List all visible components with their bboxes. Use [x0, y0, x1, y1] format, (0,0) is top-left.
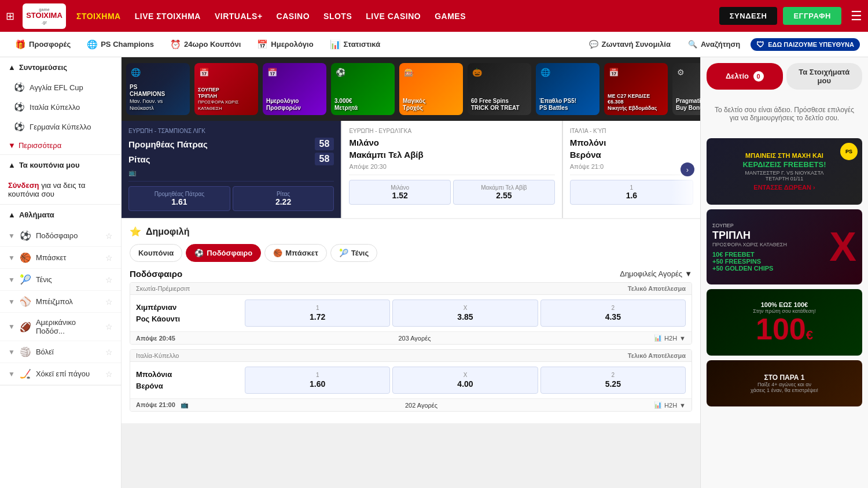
sports-section: ▲ Αθλήματα ▼ ⚽ Ποδόσφαιρο ☆ ▼ 🏀 Μπάσκετ … — [0, 205, 121, 386]
sub-nav-calendar[interactable]: 📅 Ημερολόγιο — [250, 36, 320, 53]
shortcuts-header[interactable]: ▲ Συντομεύσεις — [0, 57, 121, 77]
baseball-sport-icon: ⚾ — [20, 296, 31, 307]
sub-nav-ps-champions[interactable]: 🌐 PS Champions — [80, 36, 161, 53]
chevron-right-icon-7: ▼ — [8, 370, 15, 378]
star-icon-6[interactable]: ☆ — [105, 347, 113, 357]
logo[interactable]: game STOIXIMA .gr — [23, 3, 66, 29]
match-odds-2: Μιλάνο 1.52 Μακάμπι Τελ Αβίβ 2.55 — [349, 175, 554, 205]
sidebar-sport-basketball[interactable]: ▼ 🏀 Μπάσκετ ☆ — [0, 247, 121, 269]
odd-btn-team1-1[interactable]: Προμηθέας Πάτρας 1.61 — [128, 186, 230, 211]
promo-card-ps-champions[interactable]: 🌐 PSCHAMPIONSΜαν. Γιουν. vs Νιούκαστλ — [126, 63, 190, 115]
match-row-2: Ιταλία-Κύπελλο Τελικό Αποτέλεσμα Μπολόνι… — [130, 349, 692, 412]
sidebar-sport-football[interactable]: ▼ ⚽ Ποδόσφαιρο ☆ — [0, 225, 121, 247]
odd-btn-team2-2[interactable]: Μακάμπι Τελ Αβίβ 2.55 — [453, 180, 555, 205]
betslip-tab-active[interactable]: Δελτίο 0 — [707, 63, 783, 90]
sidebar-sport-hockey[interactable]: ▼ 🏒 Χόκεϊ επί πάγου ☆ — [0, 363, 121, 385]
betslip-tab-my-bets[interactable]: Τα Στοιχήματά μου — [786, 63, 863, 90]
promo-card-cash[interactable]: ⚽ 3.000€Μετρητά — [331, 63, 395, 115]
chevron-right-icon-2: ▼ — [8, 254, 15, 262]
nav-live-stoixima[interactable]: LIVE ΣΤΟΙΧΗΜΑ — [135, 12, 201, 21]
football-icon: ⚽ — [14, 82, 25, 93]
match-row-body-1: Χιμπέρνιαν Ρος Κάουντι 1 1.72 X 3.85 — [130, 295, 692, 331]
live-match-card-2: Ευρώπη - Ευρωλίγκα Μιλάνο Μακάμπι Τελ Αβ… — [342, 121, 561, 218]
coupons-header[interactable]: ▲ Τα κουπόνια μου — [0, 155, 121, 175]
sidebar-item-germany-cup[interactable]: ⚽ Γερμανία Κύπελλο — [0, 117, 121, 136]
tab-football[interactable]: ⚽ Ποδόσφαιρο — [186, 244, 261, 262]
sidebar-sport-volleyball[interactable]: ▼ 🏐 Βόλεϊ ☆ — [0, 341, 121, 363]
odd-1-match-1[interactable]: 1 1.72 — [245, 300, 390, 327]
nav-games[interactable]: GAMES — [435, 12, 466, 21]
match-more-markets-2[interactable]: 202 Αγορές — [405, 402, 437, 409]
main-content: 🌐 PSCHAMPIONSΜαν. Γιουν. vs Νιούκαστλ 📅 … — [122, 57, 700, 488]
coupon-login-link[interactable]: Σύνδεση — [8, 181, 39, 190]
promo-card-wheel[interactable]: 🎰 ΜαγικόςΤροχός — [399, 63, 463, 115]
promo-icon-8: 📅 — [609, 68, 619, 77]
tab-basketball[interactable]: 🏀 Μπάσκετ — [264, 244, 327, 262]
star-icon-2[interactable]: ☆ — [105, 253, 113, 263]
sidebar-sport-baseball[interactable]: ▼ ⚾ Μπέιζμπολ ☆ — [0, 291, 121, 313]
chevron-right-icon: ▼ — [8, 232, 15, 240]
nav-virtuals[interactable]: VIRTUALS+ — [215, 12, 263, 21]
odd-2-match-2[interactable]: 2 5.25 — [540, 367, 686, 394]
promo-banner-para1[interactable]: ΣΤΟ ΠΑΡΑ 1 Παίξε 4+ αγώνες και αν χάσεις… — [707, 360, 862, 406]
hockey-sport-icon: 🏒 — [20, 368, 31, 379]
shortcuts-section: ▲ Συντομεύσεις ⚽ Αγγλία EFL Cup ⚽ Ιταλία… — [0, 57, 121, 155]
sub-nav-statistics[interactable]: 📊 Στατιστικά — [323, 36, 388, 53]
odd-x-match-1[interactable]: X 3.85 — [392, 300, 538, 327]
star-icon[interactable]: ☆ — [105, 231, 113, 241]
promo-card-freespins[interactable]: 🎃 60 Free SpinsTRICK OR TREAT — [468, 63, 531, 115]
promo-card-triple[interactable]: 📅 ΣΟΥΠΕΡΤΡΙΠΛΗΠΡΟΣΦΟΡΑ ΧΩΡΙΣ ΚΑΤΑΘΕΣΗ — [194, 63, 258, 115]
odd-x-match-2[interactable]: X 4.00 — [392, 367, 538, 394]
responsible-gaming-badge[interactable]: 🛡 ΕΔΩ ΠΑΙΖΟΥΜΕ ΥΠΕΥΘΥΝΑ — [751, 38, 860, 51]
nav-stoixima[interactable]: ΣΤΟΙΧΗΜΑ — [76, 12, 121, 21]
promo-card-pragmatic[interactable]: ⚙ PragmaticBuy Bonus — [672, 63, 700, 115]
football-icon-3: ⚽ — [14, 121, 25, 132]
search-button[interactable]: 🔍 Αναζήτηση — [681, 36, 747, 52]
sub-nav-right: 💬 Ζωντανή Συνομιλία 🔍 Αναζήτηση 🛡 ΕΔΩ ΠΑ… — [582, 36, 860, 52]
sidebar-sport-tennis[interactable]: ▼ 🎾 Τένις ☆ — [0, 269, 121, 291]
odd-2-match-1[interactable]: 2 4.35 — [540, 300, 686, 327]
promo-banner-ps-champions[interactable]: ΜΠΑΙΝΕΙΣ ΣΤΗ ΜΑΧΗ ΚΑΙ ΚΕΡΔΙΖΕΙΣ FREEBETS… — [707, 138, 862, 205]
sports-header[interactable]: ▲ Αθλήματα — [0, 205, 121, 225]
h2h-button-2[interactable]: 📊 H2H ▼ — [654, 401, 686, 409]
grid-icon[interactable]: ⊞ — [6, 10, 14, 23]
team1-name-2: Μιλάνο — [349, 138, 554, 147]
gift-icon: 🎁 — [15, 39, 26, 50]
h2h-button-1[interactable]: 📊 H2H ▼ — [654, 334, 686, 342]
match-row-odds-2: 1 1.60 X 4.00 2 5.25 — [245, 367, 686, 394]
odd-1-match-2[interactable]: 1 1.60 — [245, 367, 390, 394]
chevron-up-icon-3: ▲ — [8, 210, 16, 219]
popular-sub-header: Ποδόσφαιρο Δημοφιλείς Αγορές ▼ — [130, 269, 692, 279]
popular-markets-link[interactable]: Δημοφιλείς Αγορές ▼ — [620, 269, 692, 278]
sub-nav-offers[interactable]: 🎁 Προσφορές — [8, 36, 78, 53]
star-icon-5[interactable]: ☆ — [105, 322, 113, 331]
register-button[interactable]: ΕΓΓΡΑΦΗ — [783, 7, 841, 25]
promo-banner-triple[interactable]: ΣΟΥΠΕΡ ΤΡΙΠΛΗ ΠΡΟΣΦΟΡΑ ΧΩΡΙΣ ΚΑΤΑΘΕΣΗ 10… — [707, 209, 862, 284]
sub-nav-24h-coupon[interactable]: ⏰ 24ωρο Κουπόνι — [163, 36, 248, 53]
promo-card-ps5[interactable]: 🌐 Έπαθλο PS5!PS Battles — [536, 63, 599, 115]
promo-banner-100[interactable]: 100% ΕΩΣ 100€ Στην πρώτη σου κατάθεση! 1… — [707, 289, 862, 356]
sidebar-item-efl[interactable]: ⚽ Αγγλία EFL Cup — [0, 77, 121, 97]
nav-casino[interactable]: CASINO — [277, 12, 310, 21]
live-matches-section: Ευρώπη - Τσάμπιονς Λιγκ Προμηθέας Πάτρας… — [122, 121, 700, 218]
nav-live-casino[interactable]: LIVE CASINO — [366, 12, 421, 21]
next-arrow-button[interactable]: › — [681, 162, 694, 176]
chevron-right-icon-3: ▼ — [8, 276, 15, 284]
star-icon-7[interactable]: ☆ — [105, 369, 113, 379]
promo-card-winner[interactable]: 📅 ME C27 ΚΕΡΔΙΣΕ €6.308Νικητής Εβδομάδας — [604, 63, 668, 115]
sidebar-more-button[interactable]: ▼ Περισσότερα — [0, 136, 121, 154]
sidebar-sport-american-football[interactable]: ▼ 🏈 Αμερικάνικο Ποδόσ... ☆ — [0, 313, 121, 341]
sidebar-item-italy-cup[interactable]: ⚽ Ιταλία Κύπελλο — [0, 97, 121, 117]
odd-btn-team2-1[interactable]: Ρίτας 2.22 — [233, 186, 334, 211]
star-icon-4[interactable]: ☆ — [105, 297, 113, 306]
odd-btn-team1-2[interactable]: Μιλάνο 1.52 — [349, 180, 451, 205]
tab-coupons[interactable]: Κουπόνια — [130, 244, 182, 262]
star-icon-3[interactable]: ☆ — [105, 275, 113, 284]
match-more-markets-1[interactable]: 203 Αγορές — [398, 335, 431, 342]
hamburger-icon[interactable]: ☰ — [851, 9, 862, 24]
promo-card-calendar[interactable]: 📅 ΗμερολόγιοΠροσφορών — [263, 63, 326, 115]
live-chat-button[interactable]: 💬 Ζωντανή Συνομιλία — [582, 36, 678, 52]
login-button[interactable]: ΣΥΝΔΕΣΗ — [719, 7, 778, 25]
nav-slots[interactable]: SLOTS — [323, 12, 352, 21]
tab-tennis[interactable]: 🎾 Τένις — [330, 244, 377, 262]
